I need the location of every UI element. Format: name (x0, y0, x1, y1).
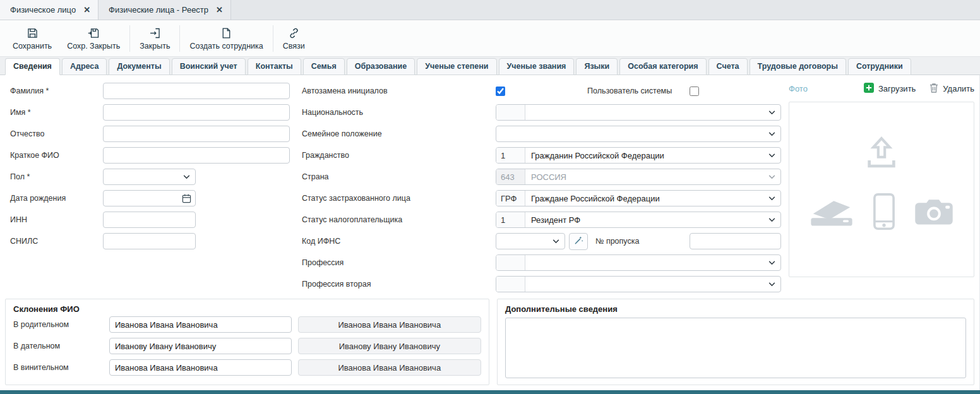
genitive-input[interactable] (109, 316, 292, 333)
close-label: Закрыть (140, 42, 170, 51)
taxpayer-status-code[interactable]: 1 (496, 212, 525, 227)
tab-dokumenty[interactable]: Документы (109, 58, 169, 75)
chevron-down-icon (763, 132, 780, 136)
accusative-input[interactable] (109, 359, 292, 376)
marital-status-select[interactable] (496, 126, 781, 142)
profession-select[interactable] (496, 254, 781, 271)
smartphone-icon (873, 193, 895, 232)
taxpayer-status-select[interactable]: 1 Резидент РФ (496, 212, 781, 228)
insured-status-select[interactable]: ГРФ Граждане Российской Федерации (496, 190, 781, 206)
taxpayer-status-value: Резидент РФ (525, 215, 763, 225)
citizenship-code[interactable]: 1 (496, 148, 525, 163)
photo-delete-label: Удалить (943, 84, 974, 93)
trash-icon (929, 83, 938, 95)
nationality-label: Национальность (302, 108, 496, 117)
save-button[interactable]: Сохранить (5, 24, 59, 53)
additional-info-textarea[interactable] (505, 318, 966, 378)
nationality-select[interactable] (496, 104, 781, 121)
snils-input[interactable] (103, 233, 196, 249)
tab-osobaya-kategoriya[interactable]: Особая категория (619, 58, 706, 75)
dative-input[interactable] (109, 338, 292, 354)
chevron-down-icon (763, 282, 780, 287)
ifns-code-select[interactable] (496, 233, 565, 249)
magic-wand-icon (574, 236, 583, 247)
close-tab-icon[interactable]: ✕ (216, 6, 223, 14)
chevron-down-icon (763, 175, 780, 179)
calendar-icon[interactable] (182, 194, 191, 206)
tab-content: Фамилия * Имя * Отчество Краткое ФИО Пол… (0, 75, 980, 390)
tab-adresa[interactable]: Адреса (62, 58, 107, 75)
photo-delete-button[interactable]: Удалить (929, 83, 974, 95)
save-label: Сохранить (13, 42, 52, 51)
chevron-down-icon (178, 175, 195, 179)
short-fio-input[interactable] (103, 147, 290, 164)
pass-number-input[interactable] (690, 233, 781, 249)
save-close-button[interactable]: Сохр. Закрыть (59, 24, 128, 53)
create-employee-button[interactable]: Создать сотрудника (182, 24, 270, 53)
system-user-label: Пользователь системы (587, 87, 690, 95)
additional-info-panel: Дополнительные сведения (497, 299, 974, 385)
profession-label: Профессия (302, 258, 496, 267)
close-tab-icon[interactable]: ✕ (83, 6, 90, 14)
name-input[interactable] (103, 104, 290, 121)
links-button[interactable]: Связи (275, 24, 313, 53)
close-button[interactable]: Закрыть (132, 24, 177, 53)
toolbar-separator (129, 25, 130, 52)
chevron-down-icon (763, 153, 780, 158)
insured-status-code[interactable]: ГРФ (496, 191, 525, 206)
dative-suggestion-button[interactable]: Иванову Ивану Ивановичу (298, 338, 481, 354)
tab-yazyki[interactable]: Языки (576, 58, 618, 75)
nationality-code[interactable] (496, 105, 525, 120)
genitive-label: В родительном (13, 320, 109, 329)
tab-uchenye-stepeni[interactable]: Ученые степени (417, 58, 496, 75)
patronymic-label: Отчество (10, 129, 103, 138)
tab-trudovye-dogovory[interactable]: Трудовые договоры (750, 58, 846, 75)
citizenship-select[interactable]: 1 Гражданин Российской Федерации (496, 147, 781, 164)
photo-title: Фото (789, 84, 808, 93)
profession-second-select[interactable] (496, 276, 781, 292)
dative-label: В дательном (13, 342, 109, 350)
tab-semya[interactable]: Семья (303, 58, 345, 75)
genitive-suggestion-button[interactable]: Иванова Ивана Ивановича (298, 316, 481, 333)
create-employee-label: Создать сотрудника (189, 42, 263, 51)
tab-uchenye-zvaniya[interactable]: Ученые звания (499, 58, 575, 75)
surname-input[interactable] (103, 83, 290, 99)
system-user-checkbox[interactable] (690, 87, 699, 96)
inn-input[interactable] (103, 212, 196, 228)
marital-status-label: Семейное положение (302, 129, 496, 138)
toolbar-separator (273, 25, 273, 52)
birthdate-label: Дата рождения (10, 194, 103, 203)
profession-second-code[interactable] (496, 277, 525, 292)
photo-upload-label: Загрузить (878, 84, 916, 93)
accusative-label: В винительном (13, 363, 109, 372)
photo-upload-button[interactable]: Загрузить (864, 83, 916, 95)
patronymic-input[interactable] (103, 126, 290, 142)
citizenship-label: Гражданство (302, 151, 496, 160)
profession-code[interactable] (496, 255, 525, 270)
tab-obrazovanie[interactable]: Образование (347, 58, 415, 75)
window-tab-person[interactable]: Физическое лицо ✕ (0, 0, 99, 20)
auto-initials-checkbox[interactable] (496, 87, 505, 96)
tab-scheta[interactable]: Счета (708, 58, 748, 75)
gender-select[interactable] (103, 169, 196, 185)
ifns-autofill-button[interactable] (569, 233, 588, 250)
name-label: Имя * (10, 108, 103, 117)
camera-icon (914, 197, 954, 229)
tab-svedeniya[interactable]: Сведения (5, 58, 60, 75)
chevron-down-icon (763, 218, 780, 222)
toolbar: Сохранить Сохр. Закрыть Закрыть Создать … (0, 20, 980, 57)
insured-status-label: Статус застрахованного лица (302, 194, 496, 203)
country-code: 643 (496, 169, 525, 184)
status-bar (0, 390, 980, 394)
declension-panel: Склонения ФИО В родительном Иванова Иван… (5, 299, 489, 385)
window-tab-registry[interactable]: Физические лица - Реестр ✕ (99, 0, 231, 20)
tab-kontakty[interactable]: Контакты (248, 58, 301, 75)
gender-label: Пол * (10, 172, 103, 181)
inn-label: ИНН (10, 215, 103, 224)
tab-voinskiy-uchet[interactable]: Воинский учет (172, 58, 246, 75)
citizenship-value: Гражданин Российской Федерации (525, 151, 763, 160)
tab-sotrudniki[interactable]: Сотрудники (848, 58, 911, 75)
photo-dropzone[interactable] (789, 102, 974, 277)
accusative-suggestion-button[interactable]: Иванова Ивана Ивановича (298, 359, 481, 376)
window-tab-bar: Физическое лицо ✕ Физические лица - Реес… (0, 0, 980, 20)
